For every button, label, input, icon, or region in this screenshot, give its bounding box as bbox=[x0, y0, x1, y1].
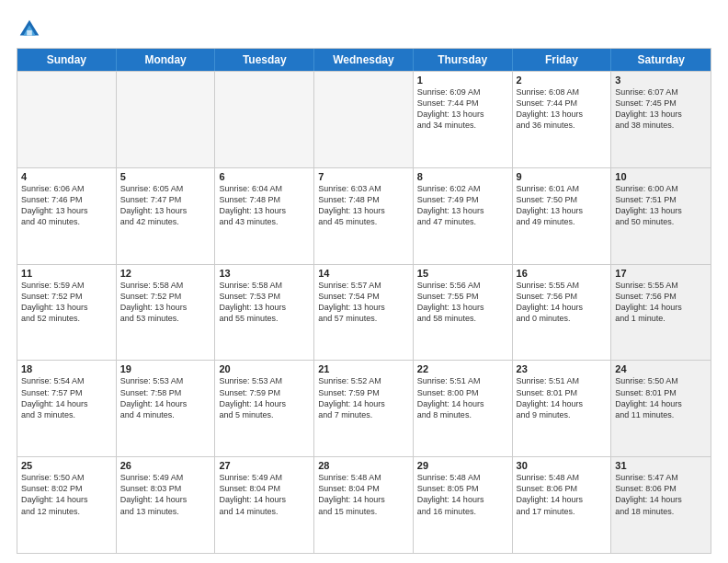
day-number: 16 bbox=[517, 268, 608, 279]
day-info: Sunrise: 5:58 AM Sunset: 7:53 PM Dayligh… bbox=[219, 280, 310, 325]
day-header-tuesday: Tuesday bbox=[215, 49, 314, 71]
day-info: Sunrise: 5:57 AM Sunset: 7:54 PM Dayligh… bbox=[318, 280, 409, 325]
day-number: 2 bbox=[517, 75, 608, 86]
day-info: Sunrise: 6:02 AM Sunset: 7:49 PM Dayligh… bbox=[417, 183, 508, 228]
calendar-row-1: 1Sunrise: 6:09 AM Sunset: 7:44 PM Daylig… bbox=[17, 71, 711, 167]
day-info: Sunrise: 6:03 AM Sunset: 7:48 PM Dayligh… bbox=[318, 183, 409, 228]
calendar-cell-22: 22Sunrise: 5:51 AM Sunset: 8:00 PM Dayli… bbox=[414, 361, 513, 456]
calendar-cell-empty bbox=[17, 72, 117, 167]
day-number: 7 bbox=[318, 171, 409, 182]
calendar-cell-25: 25Sunrise: 5:50 AM Sunset: 8:02 PM Dayli… bbox=[17, 457, 117, 553]
day-info: Sunrise: 5:49 AM Sunset: 8:04 PM Dayligh… bbox=[219, 472, 310, 517]
day-number: 4 bbox=[21, 171, 112, 182]
calendar-cell-3: 3Sunrise: 6:07 AM Sunset: 7:45 PM Daylig… bbox=[611, 72, 711, 167]
day-number: 13 bbox=[219, 268, 310, 279]
page: SundayMondayTuesdayWednesdayThursdayFrid… bbox=[0, 0, 728, 563]
calendar-cell-11: 11Sunrise: 5:59 AM Sunset: 7:52 PM Dayli… bbox=[17, 265, 117, 361]
day-info: Sunrise: 5:54 AM Sunset: 7:57 PM Dayligh… bbox=[21, 375, 112, 420]
calendar: SundayMondayTuesdayWednesdayThursdayFrid… bbox=[17, 48, 711, 554]
day-number: 15 bbox=[417, 268, 508, 279]
day-info: Sunrise: 5:48 AM Sunset: 8:05 PM Dayligh… bbox=[417, 472, 508, 517]
calendar-cell-5: 5Sunrise: 6:05 AM Sunset: 7:47 PM Daylig… bbox=[117, 168, 216, 264]
day-info: Sunrise: 5:58 AM Sunset: 7:52 PM Dayligh… bbox=[120, 280, 211, 325]
day-number: 22 bbox=[417, 363, 508, 374]
day-info: Sunrise: 5:52 AM Sunset: 7:59 PM Dayligh… bbox=[318, 375, 409, 420]
day-header-sunday: Sunday bbox=[17, 49, 117, 71]
day-info: Sunrise: 5:49 AM Sunset: 8:03 PM Dayligh… bbox=[120, 472, 211, 517]
day-info: Sunrise: 6:00 AM Sunset: 7:51 PM Dayligh… bbox=[615, 183, 707, 228]
calendar-cell-2: 2Sunrise: 6:08 AM Sunset: 7:44 PM Daylig… bbox=[513, 72, 612, 167]
day-number: 1 bbox=[417, 75, 508, 86]
day-info: Sunrise: 5:59 AM Sunset: 7:52 PM Dayligh… bbox=[21, 280, 112, 325]
day-number: 21 bbox=[318, 363, 409, 374]
day-number: 29 bbox=[417, 460, 508, 471]
calendar-row-2: 4Sunrise: 6:06 AM Sunset: 7:46 PM Daylig… bbox=[17, 167, 711, 264]
calendar-cell-14: 14Sunrise: 5:57 AM Sunset: 7:54 PM Dayli… bbox=[314, 265, 414, 361]
day-number: 10 bbox=[615, 171, 707, 182]
day-info: Sunrise: 5:48 AM Sunset: 8:04 PM Dayligh… bbox=[318, 472, 409, 517]
svg-rect-2 bbox=[27, 30, 32, 36]
day-number: 26 bbox=[120, 460, 211, 471]
calendar-cell-24: 24Sunrise: 5:50 AM Sunset: 8:01 PM Dayli… bbox=[611, 361, 711, 456]
day-number: 27 bbox=[219, 460, 310, 471]
calendar-cell-31: 31Sunrise: 5:47 AM Sunset: 8:06 PM Dayli… bbox=[611, 457, 711, 553]
day-info: Sunrise: 5:53 AM Sunset: 7:58 PM Dayligh… bbox=[120, 375, 211, 420]
day-info: Sunrise: 5:53 AM Sunset: 7:59 PM Dayligh… bbox=[219, 375, 310, 420]
calendar-cell-10: 10Sunrise: 6:00 AM Sunset: 7:51 PM Dayli… bbox=[611, 168, 711, 264]
day-number: 23 bbox=[517, 363, 608, 374]
calendar-cell-28: 28Sunrise: 5:48 AM Sunset: 8:04 PM Dayli… bbox=[314, 457, 414, 553]
calendar-cell-30: 30Sunrise: 5:48 AM Sunset: 8:06 PM Dayli… bbox=[513, 457, 612, 553]
calendar-cell-6: 6Sunrise: 6:04 AM Sunset: 7:48 PM Daylig… bbox=[215, 168, 314, 264]
calendar-body: 1Sunrise: 6:09 AM Sunset: 7:44 PM Daylig… bbox=[17, 71, 711, 553]
calendar-row-4: 18Sunrise: 5:54 AM Sunset: 7:57 PM Dayli… bbox=[17, 360, 711, 456]
logo-icon bbox=[17, 17, 42, 42]
day-info: Sunrise: 5:55 AM Sunset: 7:56 PM Dayligh… bbox=[517, 280, 608, 325]
calendar-cell-19: 19Sunrise: 5:53 AM Sunset: 7:58 PM Dayli… bbox=[117, 361, 216, 456]
day-number: 17 bbox=[615, 268, 707, 279]
day-number: 9 bbox=[517, 171, 608, 182]
day-info: Sunrise: 6:09 AM Sunset: 7:44 PM Dayligh… bbox=[417, 86, 508, 132]
day-header-wednesday: Wednesday bbox=[314, 49, 414, 71]
calendar-cell-7: 7Sunrise: 6:03 AM Sunset: 7:48 PM Daylig… bbox=[314, 168, 414, 264]
calendar-cell-20: 20Sunrise: 5:53 AM Sunset: 7:59 PM Dayli… bbox=[215, 361, 314, 456]
day-info: Sunrise: 5:47 AM Sunset: 8:06 PM Dayligh… bbox=[615, 472, 707, 517]
day-number: 28 bbox=[318, 460, 409, 471]
day-number: 3 bbox=[615, 75, 707, 86]
calendar-cell-17: 17Sunrise: 5:55 AM Sunset: 7:56 PM Dayli… bbox=[611, 265, 711, 361]
day-info: Sunrise: 6:07 AM Sunset: 7:45 PM Dayligh… bbox=[615, 86, 707, 132]
calendar-cell-empty bbox=[215, 72, 314, 167]
day-number: 25 bbox=[21, 460, 112, 471]
day-number: 31 bbox=[615, 460, 707, 471]
day-number: 8 bbox=[417, 171, 508, 182]
calendar-cell-4: 4Sunrise: 6:06 AM Sunset: 7:46 PM Daylig… bbox=[17, 168, 117, 264]
header bbox=[17, 17, 711, 42]
calendar-cell-empty bbox=[314, 72, 414, 167]
day-header-friday: Friday bbox=[513, 49, 612, 71]
day-header-monday: Monday bbox=[117, 49, 216, 71]
logo bbox=[17, 17, 46, 42]
calendar-cell-18: 18Sunrise: 5:54 AM Sunset: 7:57 PM Dayli… bbox=[17, 361, 117, 456]
calendar-cell-29: 29Sunrise: 5:48 AM Sunset: 8:05 PM Dayli… bbox=[414, 457, 513, 553]
calendar-cell-13: 13Sunrise: 5:58 AM Sunset: 7:53 PM Dayli… bbox=[215, 265, 314, 361]
calendar-cell-15: 15Sunrise: 5:56 AM Sunset: 7:55 PM Dayli… bbox=[414, 265, 513, 361]
calendar-cell-8: 8Sunrise: 6:02 AM Sunset: 7:49 PM Daylig… bbox=[414, 168, 513, 264]
day-info: Sunrise: 6:04 AM Sunset: 7:48 PM Dayligh… bbox=[219, 183, 310, 228]
calendar-cell-empty bbox=[117, 72, 216, 167]
day-number: 5 bbox=[120, 171, 211, 182]
day-info: Sunrise: 5:51 AM Sunset: 8:01 PM Dayligh… bbox=[517, 375, 608, 420]
day-number: 11 bbox=[21, 268, 112, 279]
day-info: Sunrise: 5:56 AM Sunset: 7:55 PM Dayligh… bbox=[417, 280, 508, 325]
calendar-row-3: 11Sunrise: 5:59 AM Sunset: 7:52 PM Dayli… bbox=[17, 264, 711, 361]
day-info: Sunrise: 6:06 AM Sunset: 7:46 PM Dayligh… bbox=[21, 183, 112, 228]
calendar-cell-21: 21Sunrise: 5:52 AM Sunset: 7:59 PM Dayli… bbox=[314, 361, 414, 456]
day-number: 20 bbox=[219, 363, 310, 374]
day-info: Sunrise: 5:51 AM Sunset: 8:00 PM Dayligh… bbox=[417, 375, 508, 420]
day-number: 24 bbox=[615, 363, 707, 374]
day-info: Sunrise: 6:08 AM Sunset: 7:44 PM Dayligh… bbox=[517, 86, 608, 132]
calendar-row-5: 25Sunrise: 5:50 AM Sunset: 8:02 PM Dayli… bbox=[17, 456, 711, 553]
day-header-saturday: Saturday bbox=[611, 49, 711, 71]
day-number: 12 bbox=[120, 268, 211, 279]
calendar-cell-26: 26Sunrise: 5:49 AM Sunset: 8:03 PM Dayli… bbox=[117, 457, 216, 553]
calendar-cell-27: 27Sunrise: 5:49 AM Sunset: 8:04 PM Dayli… bbox=[215, 457, 314, 553]
day-header-thursday: Thursday bbox=[414, 49, 513, 71]
